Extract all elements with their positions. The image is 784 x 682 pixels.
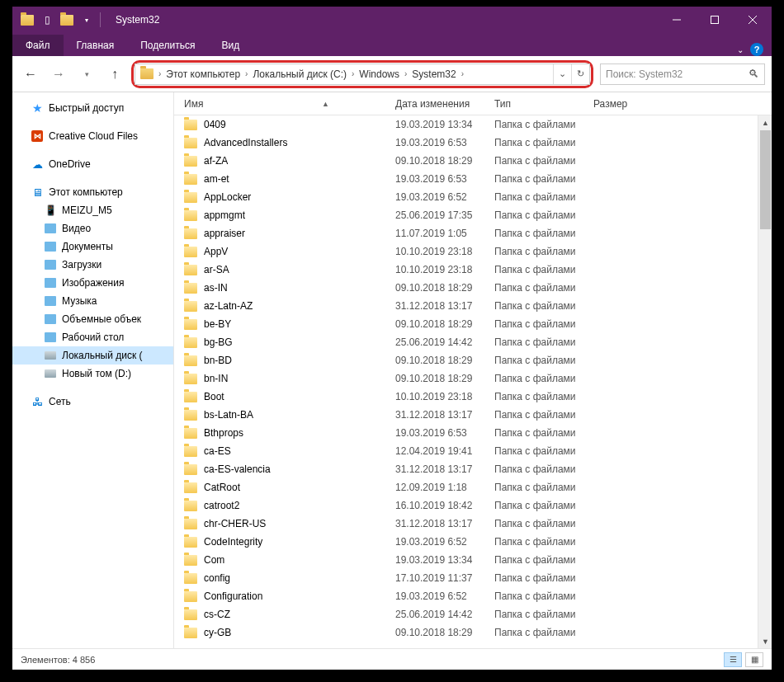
- properties-icon[interactable]: ▯: [40, 13, 54, 26]
- large-icons-view-icon[interactable]: ▦: [745, 652, 763, 667]
- tree-item[interactable]: Видео: [12, 219, 173, 238]
- crumb-system32[interactable]: System32: [409, 68, 459, 80]
- search-icon[interactable]: 🔍︎: [749, 68, 759, 80]
- table-row[interactable]: cy-GB09.10.2018 18:29Папка с файлами: [174, 623, 758, 642]
- table-row[interactable]: Configuration19.03.2019 6:52Папка с файл…: [174, 587, 758, 605]
- table-row[interactable]: bg-BG25.06.2019 14:42Папка с файлами: [174, 333, 758, 351]
- crumb-pc[interactable]: Этот компьютер: [163, 68, 243, 80]
- table-row[interactable]: bs-Latn-BA31.12.2018 13:17Папка с файлам…: [174, 406, 758, 424]
- col-type[interactable]: Тип: [494, 98, 593, 110]
- chevron-right-icon[interactable]: ›: [243, 69, 249, 78]
- table-row[interactable]: catroot216.10.2019 18:42Папка с файлами: [174, 496, 758, 515]
- tree-network[interactable]: 🖧Сеть: [12, 393, 173, 411]
- scroll-down-icon[interactable]: ▼: [758, 634, 772, 648]
- table-row[interactable]: CatRoot12.09.2019 1:18Папка с файлами: [174, 478, 758, 496]
- scrollbar-thumb[interactable]: [760, 130, 771, 229]
- crumb-windows[interactable]: Windows: [356, 68, 403, 80]
- table-row[interactable]: AppLocker19.03.2019 6:52Папка с файлами: [174, 188, 758, 206]
- address-bar[interactable]: › Этот компьютер › Локальный диск (C:) ›…: [135, 63, 590, 85]
- table-row[interactable]: be-BY09.10.2018 18:29Папка с файлами: [174, 315, 758, 333]
- table-row[interactable]: 040919.03.2019 13:34Папка с файлами: [174, 115, 758, 134]
- search-input[interactable]: Поиск: System32 🔍︎: [600, 63, 765, 85]
- forward-button[interactable]: →: [47, 63, 70, 86]
- history-dropdown-icon[interactable]: ⌄: [553, 64, 571, 84]
- table-row[interactable]: Boot10.10.2019 23:18Папка с файлами: [174, 388, 758, 406]
- table-row[interactable]: AdvancedInstallers19.03.2019 6:53Папка с…: [174, 134, 758, 152]
- file-type: Папка с файлами: [494, 119, 593, 130]
- file-type: Папка с файлами: [494, 264, 593, 275]
- tree-item[interactable]: Загрузки: [12, 256, 173, 274]
- tree-item[interactable]: Документы: [12, 238, 173, 256]
- file-date: 19.03.2019 6:53: [395, 173, 494, 185]
- file-type: Папка с файлами: [494, 318, 593, 330]
- col-date[interactable]: Дата изменения: [395, 98, 494, 110]
- tab-file[interactable]: Файл: [12, 35, 64, 56]
- table-row[interactable]: appmgmt25.06.2019 17:35Папка с файлами: [174, 206, 758, 224]
- refresh-icon[interactable]: ↻: [571, 64, 589, 84]
- chevron-right-icon[interactable]: ›: [403, 69, 409, 78]
- table-row[interactable]: ca-ES12.04.2019 19:41Папка с файлами: [174, 442, 758, 460]
- tree-item[interactable]: Изображения: [12, 274, 173, 292]
- maximize-button[interactable]: [696, 7, 734, 33]
- folder-icon: [184, 337, 197, 348]
- tab-share[interactable]: Поделиться: [127, 35, 208, 56]
- close-button[interactable]: [734, 7, 772, 33]
- table-row[interactable]: ar-SA10.10.2019 23:18Папка с файлами: [174, 261, 758, 279]
- scrollbar[interactable]: ▲ ▼: [758, 115, 772, 648]
- tree-item[interactable]: Рабочий стол: [12, 328, 173, 346]
- status-count: 4 856: [73, 655, 96, 665]
- table-row[interactable]: as-IN09.10.2018 18:29Папка с файлами: [174, 279, 758, 297]
- table-row[interactable]: AppV10.10.2019 23:18Папка с файлами: [174, 242, 758, 261]
- table-row[interactable]: chr-CHER-US31.12.2018 13:17Папка с файла…: [174, 515, 758, 533]
- tree-item[interactable]: Локальный диск (: [12, 346, 173, 365]
- table-row[interactable]: az-Latn-AZ31.12.2018 13:17Папка с файлам…: [174, 297, 758, 315]
- table-row[interactable]: Com19.03.2019 13:34Папка с файлами: [174, 551, 758, 569]
- table-row[interactable]: Bthprops19.03.2019 6:53Папка с файлами: [174, 424, 758, 442]
- details-view-icon[interactable]: ☰: [724, 652, 742, 667]
- crumb-disk[interactable]: Локальный диск (C:): [249, 68, 350, 80]
- tree-item[interactable]: 📱MEIZU_M5: [12, 201, 173, 219]
- minimize-button[interactable]: [658, 7, 696, 33]
- tab-home[interactable]: Главная: [64, 35, 128, 56]
- tree-item[interactable]: Новый том (D:): [12, 365, 173, 383]
- table-row[interactable]: bn-BD09.10.2018 18:29Папка с файлами: [174, 351, 758, 369]
- tree-item[interactable]: Объемные объек: [12, 310, 173, 328]
- up-button[interactable]: ↑: [103, 63, 126, 86]
- tree-onedrive[interactable]: ☁OneDrive: [12, 155, 173, 173]
- file-type: Папка с файлами: [494, 355, 593, 366]
- file-type: Папка с файлами: [494, 609, 593, 620]
- table-row[interactable]: CodeIntegrity19.03.2019 6:52Папка с файл…: [174, 533, 758, 551]
- network-icon: 🖧: [31, 395, 44, 408]
- col-size[interactable]: Размер: [593, 98, 659, 110]
- recent-dropdown[interactable]: ▾: [75, 63, 98, 86]
- help-icon[interactable]: ?: [750, 43, 763, 56]
- chevron-right-icon[interactable]: ›: [460, 69, 465, 78]
- table-row[interactable]: bn-IN09.10.2018 18:29Папка с файлами: [174, 369, 758, 388]
- table-row[interactable]: appraiser11.07.2019 1:05Папка с файлами: [174, 224, 758, 242]
- table-row[interactable]: af-ZA09.10.2018 18:29Папка с файлами: [174, 152, 758, 170]
- col-name[interactable]: Имя▲: [184, 98, 395, 110]
- table-row[interactable]: ca-ES-valencia31.12.2018 13:17Папка с фа…: [174, 460, 758, 478]
- file-type: Папка с файлами: [494, 590, 593, 602]
- qat-dropdown-icon[interactable]: ▾: [80, 13, 93, 26]
- chevron-right-icon[interactable]: ›: [350, 69, 356, 78]
- tree-quick-access[interactable]: ★Быстрый доступ: [12, 99, 173, 117]
- back-button[interactable]: ←: [19, 63, 42, 86]
- new-folder-icon[interactable]: [60, 13, 73, 26]
- table-row[interactable]: cs-CZ25.06.2019 14:42Папка с файлами: [174, 605, 758, 623]
- tree-item[interactable]: Музыка: [12, 292, 173, 310]
- tree-creative-cloud[interactable]: ⋈Creative Cloud Files: [12, 127, 173, 145]
- file-type: Папка с файлами: [494, 137, 593, 148]
- scroll-up-icon[interactable]: ▲: [758, 115, 772, 129]
- chevron-down-icon[interactable]: ⌄: [737, 45, 744, 54]
- tree-this-pc[interactable]: 🖥Этот компьютер: [12, 183, 173, 201]
- file-date: 31.12.2018 13:17: [395, 518, 494, 529]
- nav-tree[interactable]: ★Быстрый доступ ⋈Creative Cloud Files ☁O…: [12, 92, 174, 648]
- tab-view[interactable]: Вид: [208, 35, 253, 56]
- chevron-right-icon[interactable]: ›: [157, 69, 163, 78]
- file-list[interactable]: 040919.03.2019 13:34Папка с файламиAdvan…: [174, 115, 758, 648]
- column-headers[interactable]: Имя▲ Дата изменения Тип Размер: [174, 92, 772, 115]
- titlebar[interactable]: ▯ ▾ System32: [12, 7, 772, 33]
- table-row[interactable]: am-et19.03.2019 6:53Папка с файлами: [174, 170, 758, 188]
- table-row[interactable]: config17.10.2019 11:37Папка с файлами: [174, 569, 758, 587]
